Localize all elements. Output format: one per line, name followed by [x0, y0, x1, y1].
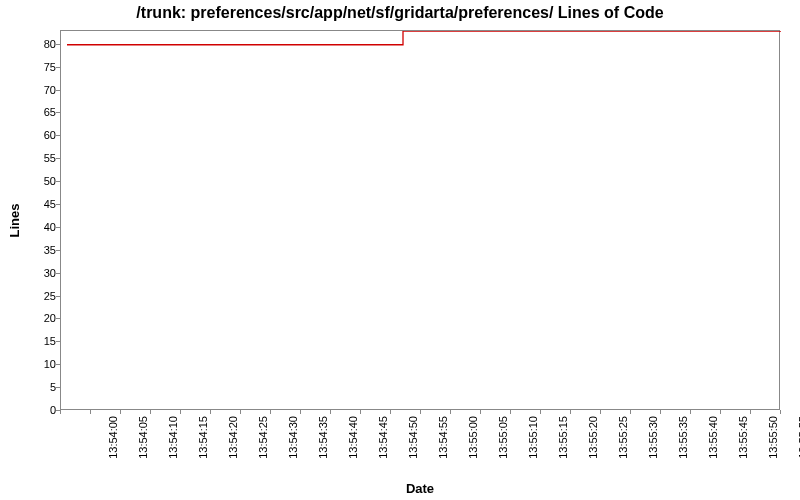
y-tick-label: 15 [16, 336, 56, 347]
x-tick-label: 13:54:45 [377, 416, 389, 459]
y-tick [56, 227, 60, 228]
y-tick [56, 296, 60, 297]
x-tick-label: 13:54:00 [107, 416, 119, 459]
loc-chart: /trunk: preferences/src/app/net/sf/grida… [0, 0, 800, 500]
y-tick [56, 67, 60, 68]
x-tick-label: 13:55:35 [677, 416, 689, 459]
x-tick-label: 13:54:15 [197, 416, 209, 459]
x-tick [390, 410, 391, 414]
x-tick-label: 13:54:50 [407, 416, 419, 459]
y-tick [56, 44, 60, 45]
y-tick-label: 60 [16, 130, 56, 141]
x-tick-label: 13:55:10 [527, 416, 539, 459]
x-tick [180, 410, 181, 414]
y-tick [56, 90, 60, 91]
y-tick-label: 10 [16, 359, 56, 370]
x-tick [690, 410, 691, 414]
x-axis-label: Date [60, 481, 780, 496]
x-tick [660, 410, 661, 414]
x-tick-label: 13:55:30 [647, 416, 659, 459]
y-tick [56, 273, 60, 274]
x-tick [570, 410, 571, 414]
line-layer [61, 31, 781, 411]
x-tick-label: 13:55:50 [767, 416, 779, 459]
y-tick [56, 158, 60, 159]
x-tick-label: 13:55:05 [497, 416, 509, 459]
plot-area [60, 30, 780, 410]
y-tick [56, 318, 60, 319]
y-tick [56, 135, 60, 136]
y-tick [56, 181, 60, 182]
y-tick [56, 204, 60, 205]
y-tick [56, 341, 60, 342]
y-tick-label: 5 [16, 382, 56, 393]
x-tick [510, 410, 511, 414]
x-tick [300, 410, 301, 414]
y-tick-label: 65 [16, 107, 56, 118]
x-tick [450, 410, 451, 414]
x-tick [600, 410, 601, 414]
x-tick [120, 410, 121, 414]
y-tick-label: 0 [16, 405, 56, 416]
y-tick [56, 364, 60, 365]
y-tick [56, 250, 60, 251]
x-tick-label: 13:54:20 [227, 416, 239, 459]
series-line [67, 31, 781, 45]
x-tick-label: 13:55:15 [557, 416, 569, 459]
y-tick-label: 55 [16, 153, 56, 164]
x-tick [330, 410, 331, 414]
x-tick [720, 410, 721, 414]
y-tick-label: 35 [16, 244, 56, 255]
x-tick [480, 410, 481, 414]
x-tick [420, 410, 421, 414]
x-tick-label: 13:54:35 [317, 416, 329, 459]
x-tick-label: 13:54:10 [167, 416, 179, 459]
y-tick-label: 45 [16, 198, 56, 209]
y-tick-label: 30 [16, 267, 56, 278]
y-tick-label: 20 [16, 313, 56, 324]
x-tick-label: 13:55:40 [707, 416, 719, 459]
x-tick [270, 410, 271, 414]
x-tick-label: 13:54:05 [137, 416, 149, 459]
x-tick [60, 410, 61, 414]
x-tick [780, 410, 781, 414]
y-tick-label: 70 [16, 84, 56, 95]
y-tick-label: 80 [16, 38, 56, 49]
chart-title: /trunk: preferences/src/app/net/sf/grida… [0, 4, 800, 22]
y-tick [56, 112, 60, 113]
x-tick [750, 410, 751, 414]
x-tick-label: 13:54:30 [287, 416, 299, 459]
x-tick [360, 410, 361, 414]
x-tick-label: 13:54:40 [347, 416, 359, 459]
x-tick [210, 410, 211, 414]
x-tick-label: 13:55:00 [467, 416, 479, 459]
y-tick-label: 25 [16, 290, 56, 301]
x-tick-label: 13:55:45 [737, 416, 749, 459]
x-tick [630, 410, 631, 414]
x-tick-label: 13:54:25 [257, 416, 269, 459]
y-tick-label: 75 [16, 61, 56, 72]
y-tick [56, 387, 60, 388]
x-tick-label: 13:55:20 [587, 416, 599, 459]
y-tick-label: 40 [16, 221, 56, 232]
x-tick-label: 13:55:25 [617, 416, 629, 459]
x-tick [90, 410, 91, 414]
x-tick-label: 13:54:55 [437, 416, 449, 459]
x-tick [240, 410, 241, 414]
x-tick [540, 410, 541, 414]
x-tick [150, 410, 151, 414]
y-tick-label: 50 [16, 176, 56, 187]
